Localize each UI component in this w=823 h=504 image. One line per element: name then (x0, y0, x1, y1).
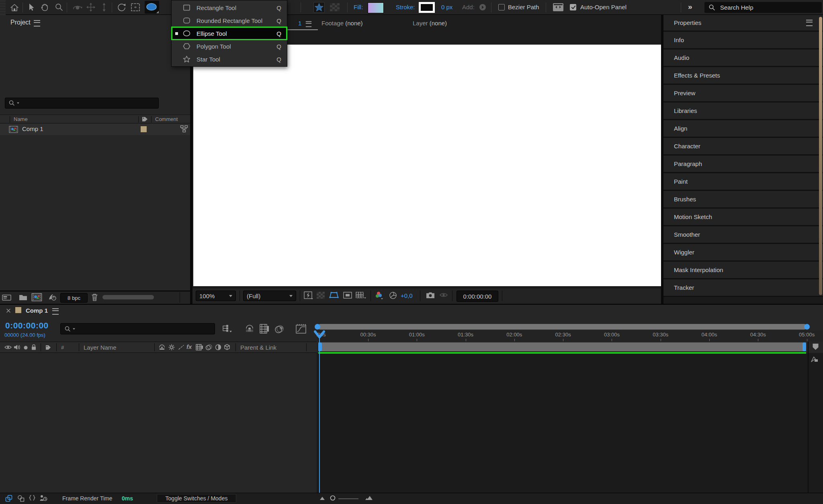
lock-icon[interactable] (31, 344, 37, 350)
close-tab-icon[interactable] (6, 308, 11, 313)
navigator-start-handle[interactable] (315, 324, 320, 330)
project-horizontal-scrollbar[interactable] (102, 295, 154, 299)
composition-tab-number[interactable]: 1 (298, 20, 301, 27)
quality-switch-icon[interactable] (178, 344, 185, 350)
column-number[interactable]: # (61, 344, 64, 350)
frame-blending-icon[interactable] (259, 324, 270, 334)
project-panel-title[interactable]: Project (10, 19, 31, 26)
panel-dock-icon[interactable] (553, 3, 563, 11)
panel-tab[interactable]: Tracker (663, 279, 823, 297)
grid-guide-options-icon[interactable] (355, 291, 367, 300)
comp-marker-bin-icon[interactable] (812, 343, 819, 350)
frame-blend-switch-icon[interactable] (195, 344, 203, 351)
project-panel-menu-icon[interactable] (34, 20, 40, 27)
transfer-controls-icon[interactable] (17, 494, 25, 502)
footage-tab[interactable]: Footage (none) (321, 20, 363, 27)
toolbar-overflow-chevron[interactable]: » (688, 2, 692, 11)
bit-depth-button[interactable]: 8 bpc (60, 293, 88, 303)
home-icon[interactable] (10, 3, 19, 12)
project-item-name[interactable]: Comp 1 (22, 125, 43, 132)
stroke-color-swatch[interactable] (419, 2, 435, 13)
timeline-tab-label[interactable]: Comp 1 (26, 307, 48, 314)
playhead-handle[interactable] (313, 330, 326, 341)
shy-switch-icon[interactable] (158, 344, 166, 351)
transparency-grid-icon[interactable] (330, 3, 340, 12)
new-folder-icon[interactable] (18, 293, 28, 301)
audio-speaker-icon[interactable] (13, 344, 20, 350)
shy-layers-icon[interactable] (244, 324, 255, 334)
interpret-footage-icon[interactable] (2, 294, 12, 301)
layer-tab[interactable]: Layer (none) (413, 20, 447, 27)
transparency-grid-icon[interactable] (316, 291, 325, 299)
rotation-tool-icon[interactable] (117, 3, 126, 12)
timeline-track-area[interactable] (317, 353, 823, 493)
panel-tab[interactable]: Brushes (663, 191, 823, 209)
panel-tab[interactable]: Libraries (663, 102, 823, 120)
stroke-label[interactable]: Stroke: (396, 4, 415, 10)
star-toggle-button[interactable] (313, 2, 325, 13)
panel-tab[interactable]: Wiggler (663, 244, 823, 262)
auto-open-panel-label[interactable]: Auto-Open Panel (580, 4, 626, 10)
project-search-box[interactable] (5, 98, 159, 109)
panel-tab[interactable]: Effects & Presets (663, 67, 823, 85)
time-navigator-bar[interactable] (317, 324, 807, 330)
column-comment[interactable]: Comment (155, 116, 178, 122)
panel-tab[interactable]: Audio (663, 49, 823, 67)
shape-tool-menu-item[interactable]: Ellipse Tool Q (172, 27, 287, 40)
playhead-line[interactable] (319, 337, 320, 493)
collapse-transformations-icon[interactable] (168, 344, 175, 351)
toggle-switches-modes-button[interactable]: Toggle Switches / Modes (157, 494, 236, 503)
fast-previews-icon[interactable] (303, 291, 314, 301)
composition-canvas[interactable] (193, 45, 661, 286)
shape-tool-menu-item[interactable]: Rectangle Tool Q (172, 1, 287, 14)
panel-menu-icon[interactable] (806, 20, 813, 26)
panel-tab[interactable]: Motion Sketch (663, 209, 823, 226)
column-parent-link[interactable]: Parent & Link (240, 344, 276, 351)
panel-tab[interactable]: Paint (663, 173, 823, 191)
shape-tool-menu-item[interactable]: Star Tool Q (172, 53, 287, 66)
label-column-icon[interactable] (45, 344, 52, 350)
timeline-zoom-knob[interactable] (330, 495, 336, 501)
adjustment-layer-icon[interactable] (215, 344, 222, 351)
label-color-column-icon[interactable] (141, 116, 148, 122)
expand-layers-icon[interactable] (5, 494, 13, 502)
effects-fx-icon[interactable]: fx (186, 343, 192, 350)
snapshot-camera-icon[interactable] (426, 291, 435, 299)
current-timecode[interactable]: 0:00:00:00 (5, 321, 49, 330)
project-item-row[interactable]: Comp 1 (0, 124, 190, 135)
camera-region-tool-icon[interactable] (130, 2, 141, 12)
render-time-icon[interactable] (39, 494, 48, 502)
sidebar-scrollbar[interactable] (819, 17, 822, 295)
properties-panel-header[interactable]: Properties (663, 15, 823, 32)
zoom-tool-icon[interactable] (55, 3, 63, 12)
mask-visibility-icon[interactable] (328, 291, 340, 300)
search-help-box[interactable] (704, 2, 822, 13)
motion-blur-icon[interactable] (274, 324, 285, 334)
resolution-dropdown[interactable]: (Full) (243, 291, 296, 301)
new-composition-icon[interactable] (31, 293, 42, 301)
selection-tool-icon[interactable] (27, 3, 35, 12)
panel-tab[interactable]: Character (663, 138, 823, 156)
panel-tab[interactable]: Info (663, 32, 823, 49)
timeline-search-box[interactable] (60, 323, 215, 334)
zoom-out-mountain-icon[interactable] (319, 496, 325, 501)
shape-tool-menu-item[interactable]: Rounded Rectangle Tool Q (172, 14, 287, 27)
comp-button-icon[interactable] (810, 355, 819, 363)
composition-tab-menu-icon[interactable] (306, 21, 311, 27)
toolbar-grip[interactable] (0, 0, 6, 15)
fill-color-swatch[interactable] (368, 2, 384, 13)
panel-tab[interactable]: Mask Interpolation (663, 262, 823, 279)
region-of-interest-icon[interactable] (343, 291, 352, 299)
graph-editor-icon[interactable] (295, 324, 307, 334)
shape-tool-menu-item[interactable]: Polygon Tool Q (172, 40, 287, 53)
navigator-end-handle[interactable] (804, 324, 810, 330)
work-area-end-handle[interactable] (803, 342, 806, 351)
column-name[interactable]: Name (14, 116, 28, 122)
in-out-columns-icon[interactable] (28, 494, 36, 502)
column-layer-name[interactable]: Layer Name (84, 344, 117, 351)
3d-layer-icon[interactable] (223, 344, 231, 351)
search-help-input[interactable] (719, 4, 809, 11)
zoom-in-mountain-icon[interactable] (364, 495, 373, 501)
label-color-swatch[interactable] (141, 126, 147, 132)
motion-blur-switch-icon[interactable] (205, 344, 213, 351)
